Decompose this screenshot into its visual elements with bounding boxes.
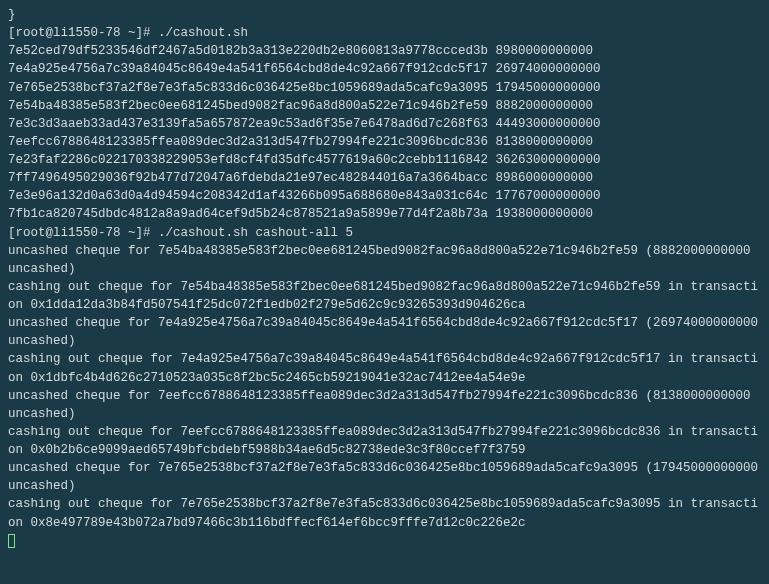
cashing-line: cashing out cheque for 7eefcc67886481233… — [8, 423, 761, 459]
cashing-line: cashing out cheque for 7e4a925e4756a7c39… — [8, 350, 761, 386]
terminal-output: } [root@li1550-78 ~]# ./cashout.sh 7e52c… — [8, 6, 761, 550]
balance-row: 7e3c3d3aaeb33ad437e3139fa5a657872ea9c53a… — [8, 115, 761, 133]
balance-row: 7e52ced79df5233546df2467a5d0182b3a313e22… — [8, 42, 761, 60]
cursor-icon — [8, 534, 15, 548]
balance-row: 7e3e96a132d0a63d0a4d94594c208342d1af4326… — [8, 187, 761, 205]
balance-row: 7ff7496495029036f92b477d72047a6fdebda21e… — [8, 169, 761, 187]
balance-row: 7e54ba48385e583f2bec0ee681245bed9082fac9… — [8, 97, 761, 115]
uncashed-line: uncashed cheque for 7e4a925e4756a7c39a84… — [8, 314, 761, 350]
balance-row: 7eefcc6788648123385ffea089dec3d2a313d547… — [8, 133, 761, 151]
cashing-line: cashing out cheque for 7e765e2538bcf37a2… — [8, 495, 761, 531]
balance-row: 7e4a925e4756a7c39a84045c8649e4a541f6564c… — [8, 60, 761, 78]
balance-row: 7e765e2538bcf37a2f8e7e3fa5c833d6c036425e… — [8, 79, 761, 97]
shell-prompt-1: [root@li1550-78 ~]# ./cashout.sh — [8, 24, 761, 42]
shell-prompt-2: [root@li1550-78 ~]# ./cashout.sh cashout… — [8, 224, 761, 242]
uncashed-line: uncashed cheque for 7e54ba48385e583f2bec… — [8, 242, 761, 278]
output-brace: } — [8, 6, 761, 24]
cursor-line[interactable] — [8, 532, 761, 550]
cashing-line: cashing out cheque for 7e54ba48385e583f2… — [8, 278, 761, 314]
balance-row: 7e23faf2286c022170338229053efd8cf4fd35df… — [8, 151, 761, 169]
balance-row: 7fb1ca820745dbdc4812a8a9ad64cef9d5b24c87… — [8, 205, 761, 223]
uncashed-line: uncashed cheque for 7e765e2538bcf37a2f8e… — [8, 459, 761, 495]
uncashed-line: uncashed cheque for 7eefcc6788648123385f… — [8, 387, 761, 423]
